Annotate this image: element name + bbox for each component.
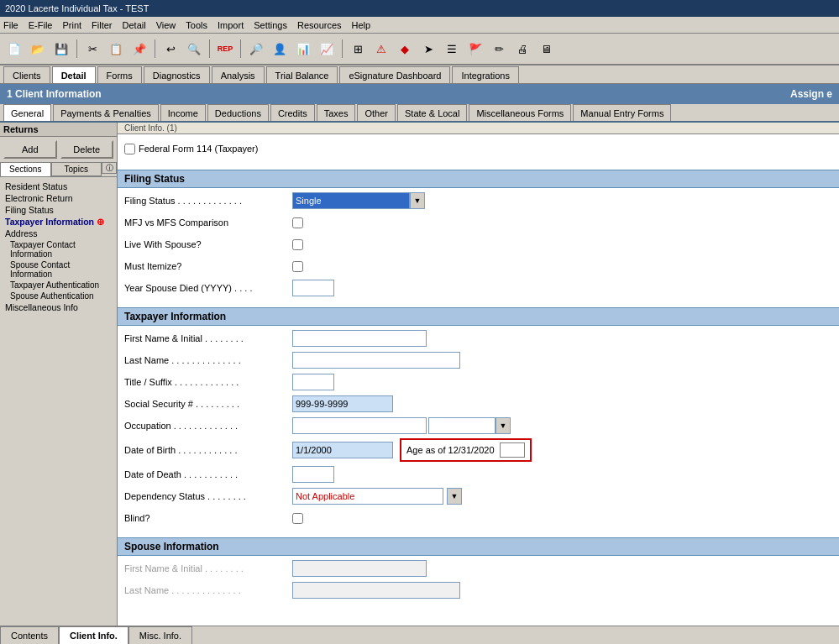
toolbar-printer[interactable]: 🖨 xyxy=(511,38,533,60)
tab-diagnostics[interactable]: Diagnostics xyxy=(144,66,210,83)
spouse-first-name-input[interactable] xyxy=(292,560,427,577)
occupation-select-input[interactable] xyxy=(428,417,496,434)
toolbar-zoom[interactable]: 🔎 xyxy=(245,38,267,60)
tab-integrations[interactable]: Integrations xyxy=(452,66,518,83)
sub-tab-credits[interactable]: Credits xyxy=(270,104,315,121)
toolbar-rep[interactable]: REP xyxy=(214,38,236,60)
sub-tab-deductions[interactable]: Deductions xyxy=(207,104,269,121)
toolbar-copy[interactable]: 📋 xyxy=(105,38,127,60)
toolbar-monitor[interactable]: 🖥 xyxy=(535,38,557,60)
age-input[interactable] xyxy=(500,442,525,458)
tab-detail[interactable]: Detail xyxy=(52,66,96,83)
last-name-label: Last Name . . . . . . . . . . . . . . xyxy=(124,355,292,365)
delete-button[interactable]: Delete xyxy=(60,140,114,159)
tab-analysis[interactable]: Analysis xyxy=(212,66,265,83)
add-button[interactable]: Add xyxy=(3,140,57,159)
menu-file[interactable]: File xyxy=(3,20,18,30)
menu-tools[interactable]: Tools xyxy=(186,20,207,30)
sidebar-nav: Resident Status Electronic Return Filing… xyxy=(0,177,117,317)
dod-input[interactable] xyxy=(292,466,334,483)
sub-tab-taxes[interactable]: Taxes xyxy=(317,104,356,121)
menu-print[interactable]: Print xyxy=(62,20,81,30)
menu-import[interactable]: Import xyxy=(218,20,244,30)
toolbar-pencil[interactable]: ✏ xyxy=(488,38,510,60)
tab-esignature[interactable]: eSignature Dashboard xyxy=(339,66,450,83)
sub-tab-income[interactable]: Income xyxy=(160,104,206,121)
content-area: Client Info. (1) Federal Form 114 (Taxpa… xyxy=(118,123,839,626)
toolbar-person[interactable]: 👤 xyxy=(269,38,291,60)
federal-form-114-checkbox[interactable] xyxy=(124,144,135,154)
menu-efile[interactable]: E-File xyxy=(29,20,53,30)
occupation-text-input[interactable] xyxy=(292,417,427,434)
dependency-status-input[interactable] xyxy=(292,488,443,505)
filing-status-dropdown-arrow[interactable]: ▼ xyxy=(410,192,425,209)
sub-tab-state[interactable]: State & Local xyxy=(397,104,467,121)
nav-taxpayer-auth[interactable]: Taxpayer Authentication xyxy=(3,280,113,291)
title-suffix-input[interactable] xyxy=(292,374,334,390)
sub-tab-other[interactable]: Other xyxy=(357,104,396,121)
live-with-spouse-checkbox[interactable] xyxy=(292,239,303,250)
sections-tab[interactable]: Sections xyxy=(0,162,51,176)
toolbar-chart[interactable]: 📊 xyxy=(292,38,314,60)
ssn-input[interactable] xyxy=(292,395,393,412)
sub-tab-general[interactable]: General xyxy=(3,104,51,121)
nav-taxpayer-info[interactable]: Taxpayer Information ⊕ xyxy=(3,216,113,228)
mfj-mfs-checkbox[interactable] xyxy=(292,217,303,228)
spouse-last-name-label: Last Name . . . . . . . . . . . . . . xyxy=(124,585,292,595)
spouse-last-name-input[interactable] xyxy=(292,582,460,599)
nav-spouse-auth[interactable]: Spouse Authentication xyxy=(3,291,113,301)
tab-clients[interactable]: Clients xyxy=(3,66,50,83)
menu-help[interactable]: Help xyxy=(352,20,371,30)
sub-tab-misc-forms[interactable]: Miscellaneous Forms xyxy=(469,104,571,121)
toolbar-new[interactable]: 📄 xyxy=(3,38,25,60)
blind-checkbox[interactable] xyxy=(292,513,303,524)
dob-input[interactable] xyxy=(292,442,393,458)
toolbar-undo[interactable]: ↩ xyxy=(160,38,181,60)
menu-resources[interactable]: Resources xyxy=(297,20,342,30)
nav-electronic-return[interactable]: Electronic Return xyxy=(3,192,113,204)
info-icon[interactable]: ⓘ xyxy=(102,162,117,174)
age-box: Age as of 12/31/2020 xyxy=(400,438,532,462)
toolbar-arrow[interactable]: ➤ xyxy=(417,38,439,60)
toolbar-chart2[interactable]: 📈 xyxy=(316,38,338,60)
occupation-dropdown-arrow[interactable]: ▼ xyxy=(496,417,511,434)
ssn-label: Social Security # . . . . . . . . . xyxy=(124,399,292,409)
filing-status-input[interactable] xyxy=(292,192,410,209)
nav-address[interactable]: Address xyxy=(3,228,113,239)
toolbar-save[interactable]: 💾 xyxy=(50,38,72,60)
toolbar-diamond[interactable]: ◆ xyxy=(394,38,416,60)
toolbar-find[interactable]: 🔍 xyxy=(183,38,205,60)
last-name-input[interactable] xyxy=(292,352,460,369)
nav-spouse-contact[interactable]: Spouse Contact Information xyxy=(3,259,113,280)
toolbar-cut[interactable]: ✂ xyxy=(81,38,103,60)
sub-tab-payments[interactable]: Payments & Penalties xyxy=(53,104,159,121)
tab-forms[interactable]: Forms xyxy=(97,66,142,83)
toolbar-paste[interactable]: 📌 xyxy=(128,38,150,60)
menu-settings[interactable]: Settings xyxy=(254,20,287,30)
year-spouse-died-input[interactable] xyxy=(292,280,334,296)
must-itemize-checkbox[interactable] xyxy=(292,261,303,272)
menu-filter[interactable]: Filter xyxy=(92,20,112,30)
first-name-input[interactable] xyxy=(292,330,427,347)
toolbar-flag[interactable]: 🚩 xyxy=(464,38,486,60)
nav-misc-info[interactable]: Miscellaneous Info xyxy=(3,301,113,313)
menu-view[interactable]: View xyxy=(156,20,176,30)
page-header-right: Assign e xyxy=(790,88,832,100)
bottom-tab-client-info[interactable]: Client Info. xyxy=(59,626,128,644)
bottom-tab-contents[interactable]: Contents xyxy=(0,626,59,644)
nav-taxpayer-contact[interactable]: Taxpayer Contact Information xyxy=(3,239,113,259)
menu-detail[interactable]: Detail xyxy=(123,20,146,30)
topics-tab[interactable]: Topics xyxy=(51,162,102,176)
toolbar-open[interactable]: 📂 xyxy=(27,38,49,60)
dependency-status-arrow[interactable]: ▼ xyxy=(447,488,462,505)
toolbar-grid[interactable]: ⊞ xyxy=(347,38,369,60)
bottom-tab-misc-info[interactable]: Misc. Info. xyxy=(128,626,192,644)
nav-filing-status[interactable]: Filing Status xyxy=(3,204,113,216)
must-itemize-row: Must Itemize? xyxy=(124,257,832,275)
toolbar-warning[interactable]: ⚠ xyxy=(370,38,392,60)
toolbar-list[interactable]: ☰ xyxy=(441,38,463,60)
filing-status-header: Filing Status xyxy=(118,170,839,188)
tab-trial-balance[interactable]: Trial Balance xyxy=(266,66,338,83)
nav-resident-status[interactable]: Resident Status xyxy=(3,181,113,192)
sub-tab-manual[interactable]: Manual Entry Forms xyxy=(573,104,671,121)
